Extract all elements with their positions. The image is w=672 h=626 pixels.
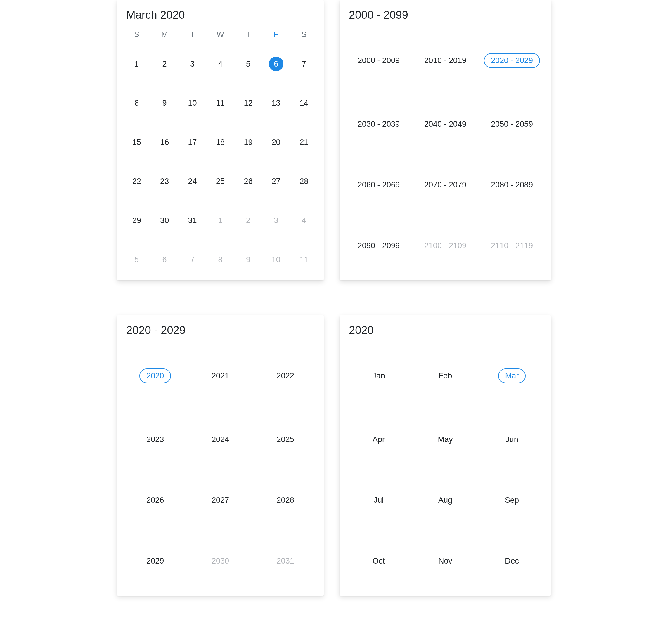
year-cell[interactable]: 2028	[253, 470, 318, 530]
day-cell[interactable]: 25	[206, 162, 234, 201]
day-cell[interactable]: 28	[290, 162, 318, 201]
day-cell[interactable]: 31	[178, 201, 206, 240]
day-cell[interactable]: 26	[234, 162, 262, 201]
day-cell[interactable]: 2	[150, 44, 178, 83]
day-cell[interactable]: 17	[178, 123, 206, 162]
day-cell[interactable]: 5	[234, 44, 262, 83]
decade-range-cell[interactable]: 2050 - 2059	[479, 94, 545, 154]
year-cell[interactable]: 2031	[253, 530, 318, 591]
year-cell[interactable]: 2022	[253, 343, 318, 409]
century-view-title[interactable]: 2000 - 2099	[349, 9, 545, 21]
weekday-label: S	[290, 27, 318, 44]
day-cell[interactable]: 7	[178, 240, 206, 279]
calendar-month-picker-view: 2020 JanFebMarAprMayJunJulAugSepOctNovDe…	[339, 315, 551, 596]
day-cell[interactable]: 6	[150, 240, 178, 279]
weekday-label: S	[123, 27, 150, 44]
month-cell[interactable]: Jan	[345, 343, 412, 409]
day-cell[interactable]: 24	[178, 162, 206, 201]
year-cell[interactable]: 2029	[123, 530, 188, 591]
year-cell[interactable]: 2027	[188, 470, 253, 530]
month-cell[interactable]: Jun	[479, 409, 545, 470]
day-cell[interactable]: 11	[290, 240, 318, 279]
month-cell[interactable]: May	[412, 409, 479, 470]
decade-range-cell[interactable]: 2100 - 2109	[412, 215, 479, 276]
century-grid: 2000 - 20092010 - 20192020 - 20292030 - …	[345, 27, 545, 276]
decade-range-cell[interactable]: 2040 - 2049	[412, 94, 479, 154]
month-cell[interactable]: Nov	[412, 530, 479, 591]
day-cell[interactable]: 2	[234, 201, 262, 240]
month-cell[interactable]: Feb	[412, 343, 479, 409]
day-cell[interactable]: 8	[123, 83, 150, 123]
day-cell[interactable]: 9	[150, 83, 178, 123]
decade-range-cell[interactable]: 2070 - 2079	[412, 154, 479, 215]
day-cell[interactable]: 19	[234, 123, 262, 162]
decade-range-cell[interactable]: 2060 - 2069	[345, 154, 412, 215]
year-cell[interactable]: 2025	[253, 409, 318, 470]
day-cell[interactable]: 30	[150, 201, 178, 240]
month-cell[interactable]: Oct	[345, 530, 412, 591]
weekday-label: F	[262, 27, 290, 44]
month-picker-grid: JanFebMarAprMayJunJulAugSepOctNovDec	[345, 343, 545, 591]
month-cell[interactable]: Jul	[345, 470, 412, 530]
day-cell[interactable]: 11	[206, 83, 234, 123]
weekday-label: T	[178, 27, 206, 44]
day-grid: 1234567891011121314151617181920212223242…	[123, 44, 318, 279]
day-cell[interactable]: 13	[262, 83, 290, 123]
weekday-label: T	[234, 27, 262, 44]
year-cell[interactable]: 2020	[123, 343, 188, 409]
year-cell[interactable]: 2030	[188, 530, 253, 591]
year-cell[interactable]: 2024	[188, 409, 253, 470]
day-cell[interactable]: 10	[178, 83, 206, 123]
month-view-title[interactable]: March 2020	[126, 9, 318, 21]
day-cell[interactable]: 18	[206, 123, 234, 162]
year-cell[interactable]: 2023	[123, 409, 188, 470]
day-cell[interactable]: 15	[123, 123, 150, 162]
day-cell[interactable]: 3	[178, 44, 206, 83]
month-cell[interactable]: Sep	[479, 470, 545, 530]
month-picker-title[interactable]: 2020	[349, 324, 545, 337]
decade-range-cell[interactable]: 2000 - 2009	[345, 27, 412, 94]
day-cell[interactable]: 16	[150, 123, 178, 162]
calendar-month-view: March 2020 SMTWTFS 123456789101112131415…	[117, 0, 324, 280]
decade-range-cell[interactable]: 2030 - 2039	[345, 94, 412, 154]
day-cell[interactable]: 4	[206, 44, 234, 83]
month-cell[interactable]: Apr	[345, 409, 412, 470]
decade-view-title[interactable]: 2020 - 2029	[126, 324, 318, 337]
decade-grid: 2020202120222023202420252026202720282029…	[123, 343, 318, 591]
month-cell[interactable]: Mar	[479, 343, 545, 409]
calendar-decade-view: 2020 - 2029 2020202120222023202420252026…	[117, 315, 324, 596]
day-cell[interactable]: 21	[290, 123, 318, 162]
day-cell[interactable]: 3	[262, 201, 290, 240]
month-cell[interactable]: Dec	[479, 530, 545, 591]
day-cell[interactable]: 20	[262, 123, 290, 162]
day-cell[interactable]: 22	[123, 162, 150, 201]
decade-range-cell[interactable]: 2090 - 2099	[345, 215, 412, 276]
decade-range-cell[interactable]: 2080 - 2089	[479, 154, 545, 215]
day-cell[interactable]: 27	[262, 162, 290, 201]
day-cell[interactable]: 12	[234, 83, 262, 123]
decade-range-cell[interactable]: 2110 - 2119	[479, 215, 545, 276]
decade-range-cell[interactable]: 2010 - 2019	[412, 27, 479, 94]
weekday-header: SMTWTFS	[123, 27, 318, 44]
day-cell[interactable]: 1	[123, 44, 150, 83]
day-cell[interactable]: 6	[262, 44, 290, 83]
day-cell[interactable]: 8	[206, 240, 234, 279]
day-cell[interactable]: 4	[290, 201, 318, 240]
day-cell[interactable]: 7	[290, 44, 318, 83]
day-cell[interactable]: 14	[290, 83, 318, 123]
day-cell[interactable]: 10	[262, 240, 290, 279]
month-cell[interactable]: Aug	[412, 470, 479, 530]
day-cell[interactable]: 23	[150, 162, 178, 201]
day-cell[interactable]: 5	[123, 240, 150, 279]
year-cell[interactable]: 2026	[123, 470, 188, 530]
weekday-label: W	[206, 27, 234, 44]
year-cell[interactable]: 2021	[188, 343, 253, 409]
day-cell[interactable]: 1	[206, 201, 234, 240]
day-cell[interactable]: 29	[123, 201, 150, 240]
calendar-century-view: 2000 - 2099 2000 - 20092010 - 20192020 -…	[339, 0, 551, 280]
decade-range-cell[interactable]: 2020 - 2029	[479, 27, 545, 94]
weekday-label: M	[150, 27, 178, 44]
day-cell[interactable]: 9	[234, 240, 262, 279]
